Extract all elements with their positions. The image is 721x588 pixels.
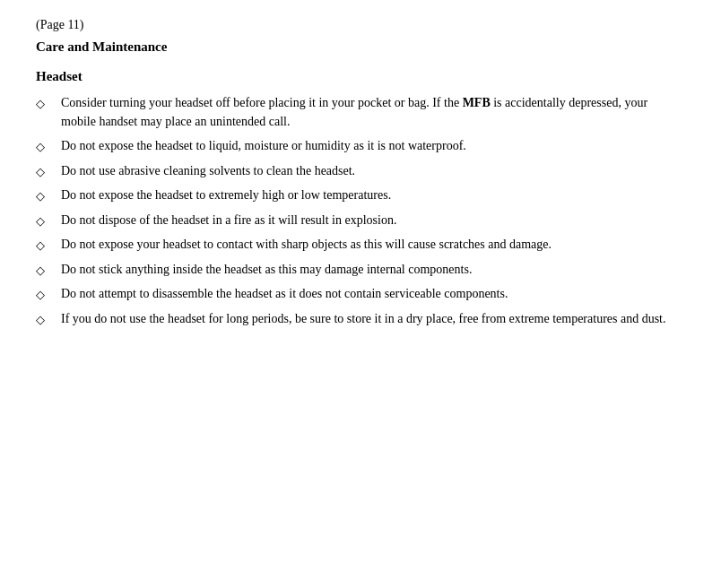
diamond-icon-9: ◇ [36,309,61,329]
bullet-list: ◇ Consider turning your headset off befo… [36,93,685,328]
headset-section: Headset ◇ Consider turning your headset … [36,69,685,328]
list-item: ◇ Consider turning your headset off befo… [36,93,685,131]
bullet-text-1: Consider turning your headset off before… [61,93,685,131]
bullet-text-5: Do not dispose of the headset in a fire … [61,211,685,229]
diamond-icon-1: ◇ [36,93,61,113]
list-item: ◇ Do not stick anything inside the heads… [36,260,685,280]
bullet-text-7: Do not stick anything inside the headset… [61,260,685,279]
section-title: Care and Maintenance [36,39,685,55]
bullet-text-9: If you do not use the headset for long p… [61,309,685,328]
list-item: ◇ Do not expose your headset to contact … [36,235,685,255]
mfb-bold: MFB [463,96,491,109]
list-item: ◇ Do not attempt to disassemble the head… [36,284,685,304]
bullet-text-3: Do not use abrasive cleaning solvents to… [61,161,685,180]
diamond-icon-6: ◇ [36,235,61,255]
list-item: ◇ If you do not use the headset for long… [36,309,685,329]
bullet-text-6: Do not expose your headset to contact wi… [61,235,685,254]
bullet-text-2: Do not expose the headset to liquid, moi… [61,136,685,155]
page-number: (Page 11) [36,18,685,32]
subsection-title: Headset [36,69,685,84]
list-item: ◇ Do not expose the headset to extremely… [36,186,685,205]
list-item: ◇ Do not dispose of the headset in a fir… [36,211,685,230]
diamond-icon-3: ◇ [36,161,61,181]
bullet-text-4: Do not expose the headset to extremely h… [61,186,685,204]
diamond-icon-5: ◇ [36,211,61,230]
diamond-icon-4: ◇ [36,186,61,205]
bullet-text-8: Do not attempt to disassemble the headse… [61,284,685,303]
list-item: ◇ Do not use abrasive cleaning solvents … [36,161,685,181]
list-item: ◇ Do not expose the headset to liquid, m… [36,136,685,156]
diamond-icon-7: ◇ [36,260,61,280]
diamond-icon-2: ◇ [36,136,61,156]
diamond-icon-8: ◇ [36,284,61,304]
